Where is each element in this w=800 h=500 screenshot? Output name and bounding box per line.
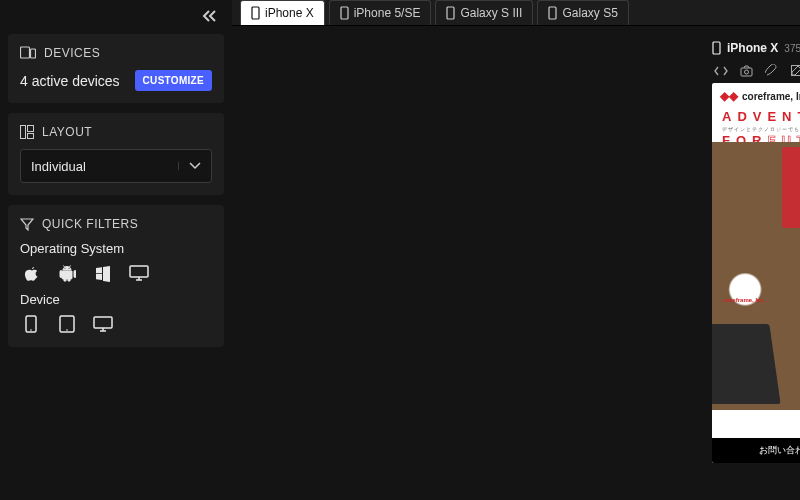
device-filter-tablet[interactable] [56, 313, 78, 335]
layout-panel: LAYOUT Individual [8, 113, 224, 195]
os-filter-apple[interactable] [20, 262, 42, 284]
hero-image: coreframe, Inc. [712, 142, 800, 410]
tab-label: Galaxy S5 [562, 6, 617, 20]
phone-frame: ◆◆ coreframe, Inc. ADVENTURE デザインとテクノロジー… [712, 83, 800, 463]
device-dimensions: 375x812 [784, 43, 800, 54]
headline-sub: デザインとテクノロジーでもっといいミライを [722, 126, 800, 132]
headline-1: ADVENTURE [722, 109, 800, 124]
device-filter-phone[interactable] [20, 313, 42, 335]
svg-rect-13 [252, 7, 259, 19]
tab-galaxy-s5[interactable]: Galaxy S5 [537, 0, 628, 25]
device-filter-desktop[interactable] [92, 313, 114, 335]
phone-icon [712, 41, 721, 55]
svg-rect-18 [741, 68, 752, 76]
svg-rect-16 [549, 7, 556, 19]
tab-label: iPhone 5/SE [354, 6, 421, 20]
svg-point-6 [69, 268, 70, 269]
svg-rect-0 [21, 47, 30, 58]
os-filter-desktop[interactable] [128, 262, 150, 284]
svg-point-9 [30, 329, 32, 331]
collapse-sidebar-button[interactable] [196, 8, 224, 24]
main-area: iPhone X iPhone 5/SE Galaxy S III Galaxy… [232, 0, 800, 500]
device-preview: iPhone X 375x812 ⋮ ◆◆ coreframe, Inc. [712, 40, 800, 463]
devices-icon [20, 46, 36, 60]
filters-panel: QUICK FILTERS Operating System Device [8, 205, 224, 347]
tab-iphone-x[interactable]: iPhone X [240, 0, 325, 25]
device-tabs: iPhone X iPhone 5/SE Galaxy S III Galaxy… [232, 0, 800, 26]
svg-point-11 [66, 329, 68, 331]
tool-design-icon[interactable] [765, 64, 778, 77]
filter-icon [20, 217, 34, 231]
device-toolbar [712, 60, 800, 83]
svg-point-19 [745, 70, 749, 74]
site-header: ◆◆ coreframe, Inc. [712, 83, 800, 105]
tab-iphone-5se[interactable]: iPhone 5/SE [329, 0, 432, 25]
filters-title: QUICK FILTERS [42, 217, 138, 231]
svg-rect-2 [21, 126, 26, 139]
svg-rect-15 [447, 7, 454, 19]
brand-name: coreframe, Inc. [742, 91, 800, 102]
svg-rect-12 [94, 317, 112, 328]
sidebar: DEVICES 4 active devices CUSTOMIZE LAYOU… [0, 0, 232, 500]
active-devices-count: 4 active devices [20, 73, 120, 89]
tab-label: Galaxy S III [460, 6, 522, 20]
layout-select-value: Individual [31, 159, 86, 174]
hero-laptop-left [712, 324, 780, 404]
chevron-down-icon [178, 162, 201, 170]
layout-title: LAYOUT [42, 125, 92, 139]
os-filter-android[interactable] [56, 262, 78, 284]
hero-pager: 1 — 2 < > [712, 410, 800, 438]
svg-rect-4 [28, 134, 34, 139]
site-footer-cta[interactable]: お問い合わせはこちら [712, 438, 800, 463]
tab-galaxy-s3[interactable]: Galaxy S III [435, 0, 533, 25]
svg-rect-3 [28, 126, 34, 132]
os-filter-label: Operating System [20, 241, 212, 256]
hero-logo-overlay: coreframe, Inc. [723, 297, 766, 303]
devices-panel: DEVICES 4 active devices CUSTOMIZE [8, 34, 224, 103]
customize-button[interactable]: CUSTOMIZE [135, 70, 212, 91]
devices-title: DEVICES [44, 46, 100, 60]
svg-rect-14 [341, 7, 348, 19]
device-filter-label: Device [20, 292, 212, 307]
device-name: iPhone X [727, 41, 778, 55]
tool-screenshot-icon[interactable] [740, 64, 753, 77]
layout-select[interactable]: Individual [20, 149, 212, 183]
logo-mark-icon: ◆◆ [720, 89, 738, 103]
layout-icon [20, 125, 34, 139]
svg-rect-1 [31, 49, 36, 58]
svg-rect-7 [130, 266, 148, 277]
tab-label: iPhone X [265, 6, 314, 20]
tool-edit-icon[interactable] [790, 64, 800, 77]
site-logo[interactable]: ◆◆ coreframe, Inc. [720, 89, 800, 103]
tool-inspect-icon[interactable] [714, 64, 728, 77]
hero-notebook [782, 147, 800, 227]
os-filter-windows[interactable] [92, 262, 114, 284]
svg-point-5 [65, 268, 66, 269]
svg-rect-17 [713, 42, 720, 54]
preview-canvas[interactable]: iPhone X 375x812 ⋮ ◆◆ coreframe, Inc. [232, 26, 800, 500]
